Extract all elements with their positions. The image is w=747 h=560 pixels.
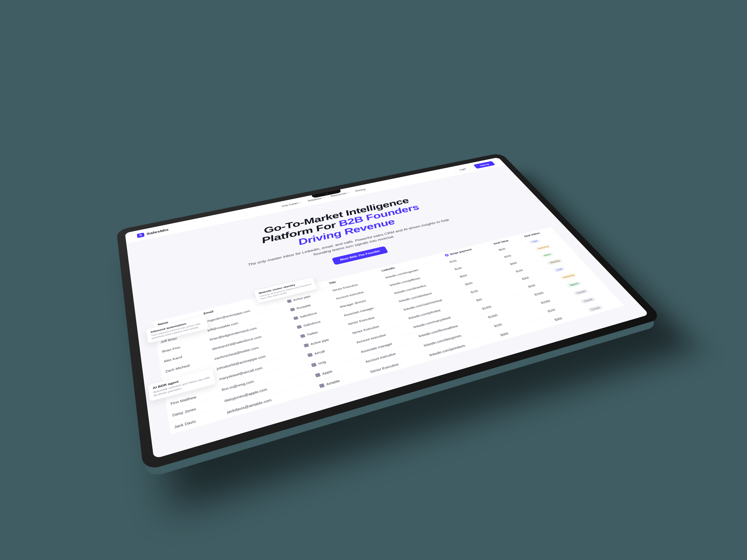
cell-company: Active pipe <box>299 330 351 351</box>
cell-company: Routable <box>285 295 335 315</box>
company-icon <box>307 353 313 357</box>
card-title: Website visitor identity <box>258 280 311 295</box>
status-badge: Closed <box>587 305 603 313</box>
nav-use-cases[interactable]: Use Cases ▾ <box>281 201 301 207</box>
stripe-icon: S <box>444 254 449 257</box>
cell-name: Brian Finn <box>157 336 207 357</box>
company-icon <box>293 316 299 320</box>
logo-mark-icon: S <box>137 232 145 238</box>
cell-dealstatus: Closed <box>574 289 616 307</box>
card-title: AI BDR agent <box>152 372 209 390</box>
cell-email: finn.m@nmg.com <box>216 362 310 397</box>
col-company[interactable]: Company <box>280 281 327 298</box>
cell-email: aleckarol18@salesforce.com <box>207 324 295 355</box>
nav-pricing[interactable]: Pricing <box>355 188 366 192</box>
card-ai-bdr-agent: AI BDR agent Automate outreach and follo… <box>147 368 216 401</box>
cell-linkedin: linkedin.com/jackdavis <box>423 331 500 361</box>
cell-stripe: $1000 <box>482 299 541 322</box>
table-row[interactable]: Daisy Jonesdaisyjones@apple.comAppleAcco… <box>167 289 617 422</box>
company-icon <box>319 383 325 388</box>
cell-company: Apple <box>310 358 364 382</box>
col-email[interactable]: Email <box>199 292 282 318</box>
cell-company: Aircall <box>302 339 355 361</box>
cell-name: Mary Skiwel <box>163 375 216 399</box>
cell-email: daisyjones@apple.com <box>219 371 314 407</box>
cell-name: Zach Micheal <box>160 355 211 378</box>
status-badge: Closed <box>572 289 589 296</box>
cell-name: Jeff Brian <box>156 327 205 348</box>
cell-dealvalue: $1500 <box>528 283 568 299</box>
cell-stripe: $300 <box>494 316 555 341</box>
card-inbound-automation: Inbound automation Turn inbound interest… <box>146 315 209 343</box>
login-button[interactable]: Login <box>453 166 472 172</box>
table-row[interactable]: Finn Matthewfinn.m@nmg.comnmgAssociate m… <box>165 282 609 411</box>
cell-name: Alex Karol <box>159 345 209 368</box>
cell-dealvalue: $300 <box>548 307 589 325</box>
company-icon <box>297 325 302 329</box>
table-row[interactable]: Mary Skiwelmaryskiwel@aircall.comAircall… <box>163 274 602 399</box>
cell-stripe: $100 <box>488 308 548 331</box>
status-badge: Nurturing <box>559 272 578 280</box>
cell-company: Salesforce <box>292 312 342 333</box>
cell-dealstatus: Closed <box>582 297 624 316</box>
cell-name: Finn Matthew <box>165 385 219 411</box>
cell-email: jackdavis@airtable.com <box>221 382 317 419</box>
cell-company: Salesforce <box>288 303 338 324</box>
cell-linkedin: linkedin.com/zachmicheal <box>398 289 470 315</box>
cell-stripe: $1500 <box>476 292 535 314</box>
cell-title: Account executive <box>331 283 389 304</box>
cell-title: Manager director <box>335 290 393 312</box>
cell-dealstatus: Closed <box>568 282 609 299</box>
cell-dealvalue: $1000 <box>535 291 575 308</box>
cell-name: John Doe <box>162 365 214 388</box>
cell-name: Tim Garden <box>154 318 203 338</box>
company-icon <box>287 299 292 303</box>
cell-company: nmg <box>306 348 359 371</box>
cell-company: Airtable <box>314 368 369 393</box>
status-badge: Closed <box>579 297 596 304</box>
cell-title: Senior Executive <box>346 315 407 339</box>
cell-name: Daisy Jones <box>167 396 221 422</box>
tablet-device: S SalesMix Use Cases ▾ Solutions ▾ <box>116 153 662 472</box>
cell-linkedin: linkedin.com/alexkarol <box>393 282 464 306</box>
table-row[interactable]: John Doejohndoe56@activepipe.comActive p… <box>162 266 594 388</box>
chevron-down-icon: ▾ <box>322 197 324 198</box>
cell-dealvalue: $100 <box>541 299 582 316</box>
cell-email: timgarden@activepipe.com <box>201 298 285 327</box>
col-name[interactable]: Name <box>153 311 201 329</box>
company-icon <box>290 308 295 311</box>
cell-title: Associate manager <box>355 332 418 358</box>
status-badge: Cold <box>528 239 541 244</box>
cell-title: Senior Executive <box>364 351 429 378</box>
nav-label: Pricing <box>355 188 366 192</box>
status-badge: Cold <box>552 266 566 272</box>
table-row[interactable]: Jack Davisjackdavis@airtable.comAirtable… <box>169 297 624 434</box>
cell-email: brian@edgeondemand.com <box>205 315 291 345</box>
company-icon <box>311 363 317 367</box>
card-title: Inbound automation <box>150 318 203 334</box>
cell-email: zachmicheal@twitter.com <box>209 333 299 365</box>
tablet-bezel: S SalesMix Use Cases ▾ Solutions ▾ <box>116 153 662 472</box>
signup-button[interactable]: Signup <box>473 161 495 169</box>
card-body: Automate outreach and follow-ups with AI… <box>153 376 211 397</box>
company-icon <box>315 373 320 377</box>
cell-title: Associate manager <box>338 298 398 321</box>
chevron-down-icon: ▾ <box>299 202 301 203</box>
card-body: Turn inbound interest into action with s… <box>151 321 204 340</box>
brand-name: SalesMix <box>146 228 169 236</box>
cell-title: Senior Executive <box>342 306 403 330</box>
company-icon <box>304 343 309 347</box>
cell-linkedin: linkedin.com/maryskiwel <box>408 305 482 332</box>
cell-linkedin: linkedin.com/finnmatthew <box>412 314 488 342</box>
cell-linkedin: linkedin.com/daisyjones <box>418 323 494 351</box>
status-badge: Nurturing <box>534 244 552 251</box>
status-badge: Meeting <box>546 258 563 265</box>
cell-email: maryskiwel@aircall.com <box>214 351 306 385</box>
nav-label: Solutions <box>307 197 322 202</box>
cell-company: Twitter <box>295 321 346 342</box>
company-icon <box>300 334 305 338</box>
cell-company: Active pipe <box>282 287 331 306</box>
chevron-down-icon: ▾ <box>347 192 349 193</box>
cell-title: Account executive <box>351 324 412 348</box>
card-body: Uncover anonymous visitors and transform… <box>259 283 313 300</box>
